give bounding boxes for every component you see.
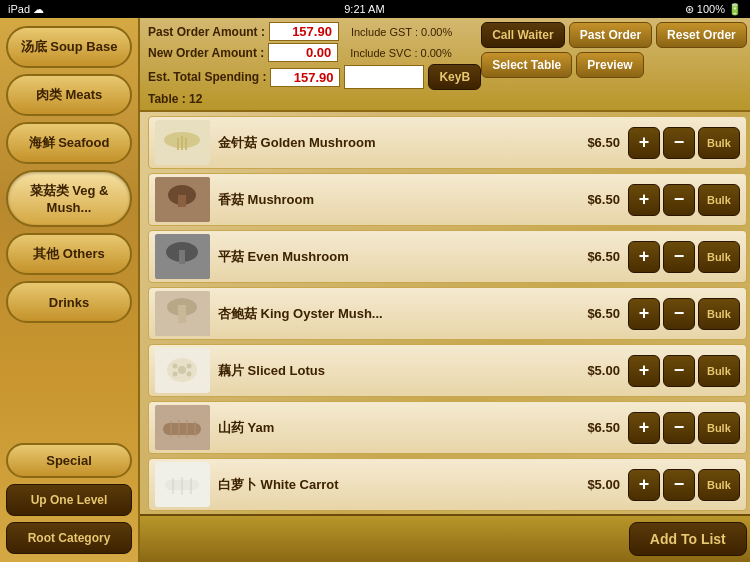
add-to-list-button[interactable]: Add To List [629,522,747,556]
bulk-button-yam[interactable]: Bulk [698,412,740,444]
select-table-button[interactable]: Select Table [481,52,572,78]
plus-button-mushroom[interactable]: + [628,184,660,216]
product-row-carrot: 白萝卜 White Carrot$5.00+−Bulk [148,458,747,511]
minus-button-yam[interactable]: − [663,412,695,444]
svg-rect-2 [177,138,179,150]
keyb-button[interactable]: KeyB [428,64,481,90]
bulk-button-king-oyster[interactable]: Bulk [698,298,740,330]
reset-order-button[interactable]: Reset Order [656,22,747,48]
product-controls-mushroom: +−Bulk [628,184,740,216]
product-row-lotus: 藕片 Sliced Lotus$5.00+−Bulk [148,344,747,397]
product-image-mushroom [155,177,210,222]
plus-button-golden-mushroom[interactable]: + [628,127,660,159]
product-row-mushroom: 香菇 Mushroom$6.50+−Bulk [148,173,747,226]
product-price-even-mushroom: $6.50 [572,249,620,264]
product-name-lotus: 藕片 Sliced Lotus [218,362,564,380]
minus-button-lotus[interactable]: − [663,355,695,387]
keyb-input[interactable] [344,65,424,89]
product-controls-lotus: +−Bulk [628,355,740,387]
new-order-value: 0.00 [268,43,338,62]
product-price-lotus: $5.00 [572,363,620,378]
product-price-mushroom: $6.50 [572,192,620,207]
minus-button-even-mushroom[interactable]: − [663,241,695,273]
main-layout: 汤底 Soup Base肉类 Meats海鲜 Seafood菜菇类 Veg & … [0,18,750,562]
product-controls-golden-mushroom: +−Bulk [628,127,740,159]
svg-rect-13 [178,305,186,323]
top-actions: Call Waiter Past Order Reset Order Selec… [481,22,747,78]
sidebar-item-drinks[interactable]: Drinks [6,281,132,323]
sidebar-item-soup-base[interactable]: 汤底 Soup Base [6,26,132,68]
plus-button-lotus[interactable]: + [628,355,660,387]
sidebar-item-veg-mush[interactable]: 菜菇类 Veg & Mush... [6,170,132,227]
product-controls-even-mushroom: +−Bulk [628,241,740,273]
plus-button-even-mushroom[interactable]: + [628,241,660,273]
include-svc: Include SVC : 0.00% [350,47,452,59]
past-order-row: Past Order Amount : 157.90 Include GST :… [148,22,481,41]
bulk-button-lotus[interactable]: Bulk [698,355,740,387]
plus-button-carrot[interactable]: + [628,469,660,501]
svg-point-19 [173,372,178,377]
sidebar-item-meats[interactable]: 肉类 Meats [6,74,132,116]
svg-point-16 [178,366,186,374]
new-order-row: New Order Amount : 0.00 Include SVC : 0.… [148,43,481,62]
call-waiter-button[interactable]: Call Waiter [481,22,565,48]
bulk-button-golden-mushroom[interactable]: Bulk [698,127,740,159]
minus-button-king-oyster[interactable]: − [663,298,695,330]
plus-button-king-oyster[interactable]: + [628,298,660,330]
product-price-golden-mushroom: $6.50 [572,135,620,150]
status-bar: iPad ☁ 9:21 AM ⊛ 100% 🔋 [0,0,750,18]
est-total-label: Est. Total Spending : [148,70,266,84]
product-image-carrot [155,462,210,507]
svg-rect-4 [185,138,187,150]
product-name-carrot: 白萝卜 White Carrot [218,476,564,494]
past-order-label: Past Order Amount : [148,25,265,39]
sidebar-bottom: Special Up One Level Root Category [6,443,132,554]
est-total-value: 157.90 [270,68,340,87]
product-image-yam [155,405,210,450]
product-controls-yam: +−Bulk [628,412,740,444]
product-price-carrot: $5.00 [572,477,620,492]
top-bar: Past Order Amount : 157.90 Include GST :… [140,18,750,112]
svg-rect-7 [178,195,186,207]
status-center: 9:21 AM [344,3,384,15]
minus-button-golden-mushroom[interactable]: − [663,127,695,159]
product-controls-king-oyster: +−Bulk [628,298,740,330]
bulk-button-even-mushroom[interactable]: Bulk [698,241,740,273]
sidebar-items: 汤底 Soup Base肉类 Meats海鲜 Seafood菜菇类 Veg & … [6,26,132,323]
sidebar-item-seafood[interactable]: 海鲜 Seafood [6,122,132,164]
plus-button-yam[interactable]: + [628,412,660,444]
product-row-king-oyster: 杏鲍菇 King Oyster Mush...$6.50+−Bulk [148,287,747,340]
sidebar-item-others[interactable]: 其他 Others [6,233,132,275]
up-one-level-button[interactable]: Up One Level [6,484,132,516]
sidebar-item-special[interactable]: Special [6,443,132,478]
product-row-yam: 山药 Yam$6.50+−Bulk [148,401,747,454]
svg-rect-3 [181,136,183,150]
product-image-golden-mushroom [155,120,210,165]
preview-button[interactable]: Preview [576,52,643,78]
est-total-row: Est. Total Spending : 157.90 KeyB [148,64,481,90]
svg-rect-10 [179,250,185,264]
product-name-even-mushroom: 平菇 Even Mushroom [218,248,564,266]
past-order-value: 157.90 [269,22,339,41]
minus-button-carrot[interactable]: − [663,469,695,501]
bulk-button-carrot[interactable]: Bulk [698,469,740,501]
root-category-button[interactable]: Root Category [6,522,132,554]
bottom-bar: Add To List [140,514,750,562]
bulk-button-mushroom[interactable]: Bulk [698,184,740,216]
status-right: ⊛ 100% 🔋 [685,3,742,16]
second-row-buttons: Select Table Preview [481,52,747,78]
product-image-king-oyster [155,291,210,336]
svg-point-17 [173,364,178,369]
product-row-golden-mushroom: 金针菇 Golden Mushroom$6.50+−Bulk [148,116,747,169]
product-image-lotus [155,348,210,393]
status-left: iPad ☁ [8,3,44,16]
minus-button-mushroom[interactable]: − [663,184,695,216]
top-row-buttons: Call Waiter Past Order Reset Order [481,22,747,48]
product-name-yam: 山药 Yam [218,419,564,437]
product-name-king-oyster: 杏鲍菇 King Oyster Mush... [218,305,564,323]
product-price-king-oyster: $6.50 [572,306,620,321]
past-order-button[interactable]: Past Order [569,22,652,48]
product-controls-carrot: +−Bulk [628,469,740,501]
product-name-mushroom: 香菇 Mushroom [218,191,564,209]
order-info: Past Order Amount : 157.90 Include GST :… [148,22,481,106]
